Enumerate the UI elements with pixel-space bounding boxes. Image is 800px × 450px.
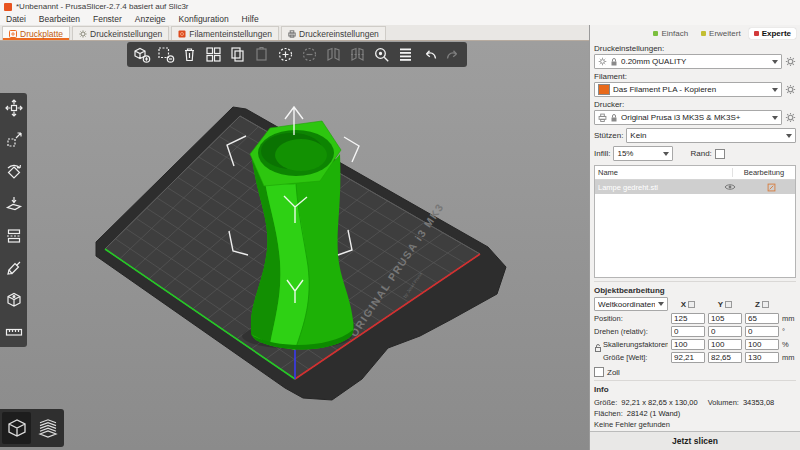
printer-value: Original Prusa i3 MK3S & MK3S+ (621, 113, 769, 122)
print-settings-gear-button[interactable] (785, 56, 796, 67)
mode-einfach[interactable]: Einfach (648, 28, 693, 39)
preview-view-button[interactable] (33, 412, 62, 444)
split-to-objects-button[interactable] (322, 44, 344, 66)
menu-datei[interactable]: Datei (6, 14, 26, 24)
position-unit: mm (782, 314, 796, 323)
split-to-parts-icon (348, 45, 367, 64)
axis-header-y: Y (708, 300, 742, 309)
size-label: Größe [Welt]: (594, 353, 668, 362)
tab-druckplatte[interactable]: Druckplatte (2, 26, 70, 40)
tab-druckeinstellungen[interactable]: Druckeinstellungen (72, 26, 169, 40)
chevron-down-icon (772, 60, 778, 64)
variable-layer-height-button[interactable] (394, 44, 416, 66)
object-list: Name Bearbeitung Lampe gedreht.stl (594, 165, 796, 278)
rotate-y-input[interactable] (708, 326, 742, 337)
eye-icon (724, 183, 736, 191)
chevron-down-icon (772, 88, 778, 92)
position-x-input[interactable] (671, 313, 705, 324)
menu-konfiguration[interactable]: Konfiguration (179, 14, 229, 24)
paste-button[interactable] (250, 44, 272, 66)
split-to-parts-button[interactable] (346, 44, 368, 66)
remove-instance-button[interactable] (298, 44, 320, 66)
scale-y-input[interactable] (708, 339, 742, 350)
editor-view-button[interactable] (2, 412, 31, 444)
rotate-icon (4, 162, 24, 182)
add-instance-button[interactable] (274, 44, 296, 66)
supports-value: Kein (630, 131, 783, 140)
slice-now-button[interactable]: Jetzt slicen (590, 431, 800, 450)
copy-button[interactable] (226, 44, 248, 66)
mode-experte[interactable]: Experte (749, 28, 796, 39)
menu-bearbeiten[interactable]: Bearbeiten (39, 14, 80, 24)
tab-druckereinstellungen[interactable]: Druckereinstellungen (281, 26, 386, 40)
filament-value: Das Filament PLA - Kopieren (613, 85, 769, 94)
info-volume-label: Volumen: (708, 398, 739, 407)
settings-sidebar: Einfach Erweitert Experte Druckeinstellu… (590, 25, 800, 450)
info-size-value: 92,21 x 82,65 x 130,00 (621, 398, 697, 407)
uniform-scale-lock-icon[interactable] (594, 343, 602, 353)
mode-erweitert[interactable]: Erweitert (696, 28, 746, 39)
scale-icon (4, 130, 24, 150)
chevron-down-icon (786, 134, 792, 138)
measure-tool-button[interactable] (3, 321, 25, 343)
visibility-toggle[interactable] (713, 183, 747, 191)
filament-select[interactable]: Das Filament PLA - Kopieren (594, 82, 782, 97)
object-list-header: Name Bearbeitung (595, 166, 795, 180)
add-object-button[interactable] (130, 44, 152, 66)
edit-object-button[interactable] (747, 183, 795, 192)
position-y-input[interactable] (708, 313, 742, 324)
object-list-row[interactable]: Lampe gedreht.stl (595, 180, 795, 194)
object-name: Lampe gedreht.stl (595, 183, 713, 192)
printer-gear-button[interactable] (785, 112, 796, 123)
info-status: Keine Fehler gefunden (594, 420, 670, 429)
chevron-down-icon (658, 302, 664, 306)
paint-supports-tool-button[interactable] (3, 257, 25, 279)
place-on-face-tool-button[interactable] (3, 193, 25, 215)
size-x-input[interactable] (671, 352, 705, 363)
print-settings-select[interactable]: 0.20mm QUALITY (594, 54, 782, 69)
add-instance-icon (276, 45, 295, 64)
inches-checkbox[interactable] (594, 367, 604, 377)
cut-tool-button[interactable] (3, 225, 25, 247)
position-z-input[interactable] (745, 313, 779, 324)
viewport-3d[interactable]: ORIGINAL PRUSA i3 MK3 by Josef Prusa (0, 41, 589, 450)
tab-filamenteinstellungen[interactable]: Filamenteinstellungen (171, 26, 279, 40)
printer-icon (288, 30, 296, 38)
undo-button[interactable] (418, 44, 440, 66)
view-toggle (0, 409, 64, 447)
seam-tool-button[interactable] (3, 289, 25, 311)
scale-z-input[interactable] (745, 339, 779, 350)
search-button[interactable] (370, 44, 392, 66)
redo-button[interactable] (442, 44, 464, 66)
rotate-z-input[interactable] (745, 326, 779, 337)
filament-label: Filament: (594, 72, 796, 81)
scale-x-input[interactable] (671, 339, 705, 350)
move-tool-button[interactable] (3, 97, 25, 119)
delete-object-button[interactable] (154, 44, 176, 66)
info-volume-value: 34353,08 (743, 398, 774, 407)
rotate-x-input[interactable] (671, 326, 705, 337)
menu-bar: Datei Bearbeiten Fenster Anzeige Konfigu… (0, 13, 800, 25)
menu-hilfe[interactable]: Hilfe (242, 14, 259, 24)
coordinates-select[interactable]: Weltkoordinaten (594, 297, 668, 311)
printer-select[interactable]: Original Prusa i3 MK3S & MK3S+ (594, 110, 782, 125)
brim-checkbox[interactable] (715, 149, 725, 159)
size-y-input[interactable] (708, 352, 742, 363)
infill-select[interactable]: 15% (613, 146, 673, 161)
info-facets-label: Flächen: (594, 409, 623, 418)
app-icon (4, 3, 12, 11)
menu-anzeige[interactable]: Anzeige (135, 14, 166, 24)
gear-icon (598, 57, 607, 66)
place-on-face-icon (4, 194, 24, 214)
tab-bar: Druckplatte Druckeinstellungen Filamente… (0, 25, 589, 41)
arrange-button[interactable] (202, 44, 224, 66)
3d-editor-view-icon (4, 415, 30, 441)
menu-fenster[interactable]: Fenster (93, 14, 122, 24)
scale-tool-button[interactable] (3, 129, 25, 151)
rotate-tool-button[interactable] (3, 161, 25, 183)
supports-select[interactable]: Kein (626, 128, 796, 143)
size-unit: mm (782, 353, 796, 362)
delete-all-button[interactable] (178, 44, 200, 66)
filament-gear-button[interactable] (785, 84, 796, 95)
size-z-input[interactable] (745, 352, 779, 363)
